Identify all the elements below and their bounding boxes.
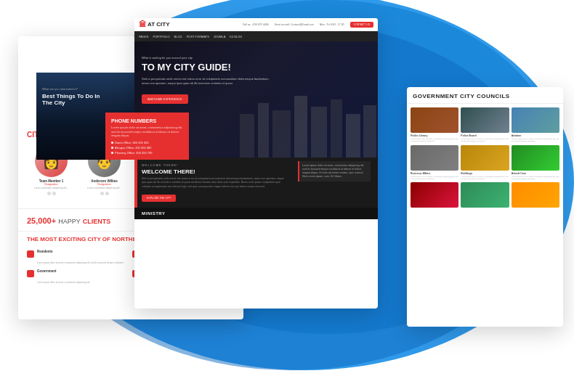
explore-button[interactable]: EXPLORE THE CITY <box>142 195 176 202</box>
hero-content: What is waiting for you around your city… <box>142 56 272 104</box>
grid-desc: Lorem ipsum dolor sit amet, consectetur … <box>461 176 509 181</box>
svg-rect-19 <box>331 99 342 158</box>
contact-button[interactable]: CONTACT US <box>350 22 373 28</box>
nav-k2[interactable]: K2 BLOG <box>230 35 242 38</box>
dot-icon <box>111 152 113 154</box>
grid-label: Buildings <box>461 172 509 175</box>
contact-phone: Call us: +256 872 4446 <box>243 23 269 26</box>
ministry-title: Ministry <box>142 211 371 216</box>
phone-item-2: Alengas Office: 456 456 485 <box>111 146 183 150</box>
hero-cta-button[interactable]: AWESOME EXPERIENCE <box>142 94 188 104</box>
member-role: Designation <box>27 183 76 186</box>
feature-residents: Residents Lorem ipsum dolor sit amet, co… <box>27 250 129 266</box>
social-icon[interactable] <box>52 192 56 195</box>
grid-label: Animal Care <box>512 172 559 175</box>
nav-portfolio[interactable]: PORTFOLIO <box>153 35 170 38</box>
grid-item-1: Public Library Lorem ipsum dolor sit ame… <box>411 107 458 143</box>
member-desc: Lorem consectetur adipisicing elit... <box>80 187 129 190</box>
people-icon <box>27 250 34 258</box>
grid-item-5: Buildings Lorem ipsum dolor sit amet, co… <box>461 145 509 181</box>
grid-image-2 <box>461 107 509 133</box>
svg-rect-18 <box>311 107 327 158</box>
grid-label: Public Library <box>411 134 458 137</box>
top-bar-contact: Call us: +256 872 4446 Send us mail: Con… <box>243 22 373 28</box>
grid-item-7 <box>411 182 458 209</box>
grid-image-7 <box>411 182 458 208</box>
grid-item-2: Police Board Lorem ipsum dolor sit amet,… <box>461 107 509 143</box>
grid-desc: Lorem ipsum dolor sit amet, consectetur … <box>512 176 559 181</box>
feature-government: Government Lorem ipsum dolor sit amet, c… <box>27 269 129 286</box>
svg-rect-20 <box>346 114 360 158</box>
grid-item-8 <box>461 182 509 209</box>
feature-desc: Lorem ipsum dolor sit amet, consectetur … <box>37 261 124 264</box>
grid-image-5 <box>461 145 509 171</box>
grid-image-1 <box>411 107 458 133</box>
member-role: Designation <box>80 183 129 186</box>
top-bar: 🏛 AT CITY Call us: +256 872 4446 Send us… <box>134 18 378 31</box>
grid-label: Aviation <box>512 134 559 137</box>
phone-box-desc: Lorem ipsum dolor sit amet, consectetur … <box>111 126 183 138</box>
grid-label: Police Board <box>461 134 509 137</box>
card-center: 🏛 AT CITY Call us: +256 872 4446 Send us… <box>134 18 378 309</box>
grid-item-9 <box>512 182 559 209</box>
phone-box-title: PHONE NUMBERS <box>111 118 183 123</box>
government-icon <box>27 270 34 277</box>
hero-small-text: What is waiting for you around your city <box>142 56 272 60</box>
social-icon[interactable] <box>47 192 51 195</box>
hero-title: TO MY CITY GUIDE! <box>142 62 272 73</box>
scene: What are you interested in? Best Things … <box>0 0 574 392</box>
nav-blog[interactable]: BLOG <box>174 35 182 38</box>
grid-label: Business Affairs <box>411 172 458 175</box>
social-icons <box>80 192 129 195</box>
contact-hours: Mon - Fri 8:00 - 17:30 <box>320 23 344 26</box>
grid-item-6: Animal Care Lorem ipsum dolor sit amet, … <box>512 145 559 181</box>
site-logo: 🏛 AT CITY <box>139 20 170 28</box>
welcome-description: Sed ut perspiciatis unde omnis iste natu… <box>142 177 287 189</box>
phone-item-3: Planning Office: 456 456 789 <box>111 151 183 155</box>
dot-icon <box>111 147 113 149</box>
grid-desc: Lorem ipsum dolor sit amet, consectetur … <box>461 138 509 143</box>
grid-image-9 <box>512 182 559 208</box>
svg-rect-15 <box>258 103 269 158</box>
ministry-section: Ministry <box>134 208 378 219</box>
nav-bar: PAGES PORTFOLIO BLOG POST FORMATS JOOMLA… <box>134 31 378 41</box>
card-right: GOVERNMENT CITY COUNCILS Public Library … <box>407 87 563 327</box>
phone-box: PHONE NUMBERS Lorem ipsum dolor sit amet… <box>105 113 189 160</box>
nav-post-formats[interactable]: POST FORMATS <box>187 35 209 38</box>
social-icons <box>27 192 76 195</box>
svg-rect-14 <box>240 114 254 158</box>
cr-title: GOVERNMENT CITY COUNCILS <box>413 93 557 99</box>
social-icon[interactable] <box>100 192 104 195</box>
feature-desc: Lorem ipsum dolor sit amet, consectetur … <box>37 281 90 284</box>
grid-image-4 <box>411 145 458 171</box>
welcome-section: WELCOME THERE! WELCOME THERE! Sed ut per… <box>134 158 378 208</box>
hero-small-label: What are you interested in? <box>42 87 100 91</box>
grid-item-4: Business Affairs Lorem ipsum dolor sit a… <box>411 145 458 181</box>
cr-header: GOVERNMENT CITY COUNCILS <box>407 87 563 104</box>
nav-pages[interactable]: PAGES <box>139 35 149 38</box>
grid-image-3 <box>512 107 559 133</box>
social-icon[interactable] <box>105 192 109 195</box>
logo-icon: 🏛 <box>139 20 146 28</box>
grid-image-6 <box>512 145 559 171</box>
grid-desc: Lorem ipsum dolor sit amet, consectetur … <box>411 176 458 181</box>
hero-description: Sed ut perspiciatis unde omnis iste natu… <box>142 77 272 86</box>
hero-main-title: Best Things To Do In The City <box>42 93 100 107</box>
council-grid: Public Library Lorem ipsum dolor sit ame… <box>407 104 563 213</box>
svg-rect-17 <box>294 96 307 158</box>
member-desc: Lorem consectetur adipisicing elit... <box>27 187 76 190</box>
city-night-text: What are you interested in? Best Things … <box>42 87 100 107</box>
grid-image-8 <box>461 182 509 208</box>
grid-desc: Lorem ipsum dolor sit amet, consectetur … <box>512 138 559 143</box>
happy-clients-count: 25,000+ HAPPY CLIENTS <box>27 216 110 225</box>
dot-icon <box>111 142 113 144</box>
phone-item-1: Danta Office: 846 456 465 <box>111 141 183 144</box>
feature-title: Government <box>37 269 90 273</box>
feature-title: Residents <box>37 250 124 253</box>
nav-joomla[interactable]: JOOMLA <box>214 35 225 38</box>
contact-email: Send us mail: Contact@Email.com <box>275 23 314 26</box>
grid-desc: Lorem ipsum dolor sit amet, consectetur … <box>411 138 458 143</box>
svg-rect-21 <box>363 105 376 158</box>
svg-rect-16 <box>272 110 291 158</box>
grid-item-3: Aviation Lorem ipsum dolor sit amet, con… <box>512 107 559 143</box>
